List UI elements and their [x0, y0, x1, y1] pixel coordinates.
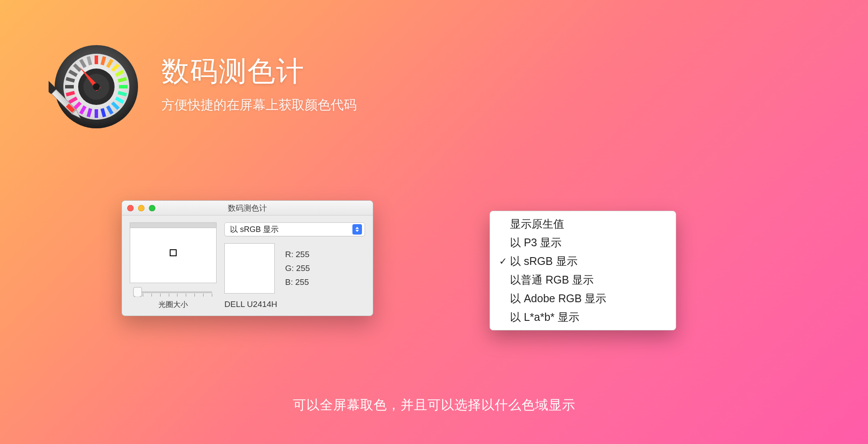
menu-item-label: 以普通 RGB 显示 [510, 273, 594, 287]
svg-rect-20 [65, 85, 74, 88]
display-name: DELL U2414H [224, 300, 365, 309]
menu-item[interactable]: 以 Adobe RGB 显示 [490, 289, 676, 308]
window-titlebar[interactable]: 数码测色计 [122, 201, 373, 215]
r-value: 255 [296, 250, 309, 259]
g-value: 255 [296, 264, 310, 273]
r-label: R: [285, 250, 293, 259]
menu-item[interactable]: 以普通 RGB 显示 [490, 271, 676, 289]
svg-rect-8 [119, 85, 128, 88]
rgb-readout: R: 255 G: 255 B: 255 [285, 243, 310, 294]
window-title: 数码测色计 [228, 203, 267, 213]
color-meter-window: 数码测色计 光圈大小 以 sRGB 显示 [122, 200, 373, 316]
menu-item[interactable]: 显示原生值 [490, 215, 676, 233]
svg-rect-14 [95, 109, 98, 118]
updown-arrows-icon [352, 224, 362, 235]
app-title: 数码测色计 [161, 52, 357, 90]
menu-item-label: 以 L*a*b* 显示 [510, 310, 579, 324]
header: 数码测色计 方便快捷的在屏幕上获取颜色代码 [49, 36, 357, 131]
menu-item-label: 以 sRGB 显示 [510, 254, 578, 268]
aperture-slider[interactable] [134, 287, 212, 297]
checkmark-icon: ✓ [496, 256, 510, 267]
menu-item-label: 显示原生值 [510, 217, 564, 231]
maximize-button[interactable] [149, 205, 155, 211]
menu-item-label: 以 Adobe RGB 显示 [510, 291, 606, 306]
menu-item[interactable]: 以 L*a*b* 显示 [490, 308, 676, 326]
aperture-indicator-icon [170, 249, 177, 256]
menu-item[interactable]: 以 P3 显示 [490, 233, 676, 252]
traffic-lights [127, 205, 155, 211]
aperture-slider-label: 光圈大小 [158, 300, 188, 310]
b-value: 255 [295, 278, 309, 287]
color-swatch [224, 243, 275, 294]
app-subtitle: 方便快捷的在屏幕上获取颜色代码 [161, 96, 357, 114]
app-icon [49, 36, 144, 131]
b-label: B: [285, 278, 293, 287]
svg-rect-2 [95, 56, 98, 64]
svg-point-29 [93, 83, 100, 90]
menu-item-label: 以 P3 显示 [510, 235, 562, 250]
g-label: G: [285, 264, 294, 273]
close-button[interactable] [127, 205, 134, 211]
caption-text: 可以全屏幕取色，并且可以选择以什么色域显示 [0, 396, 868, 414]
minimize-button[interactable] [138, 205, 145, 211]
dropdown-selected-label: 以 sRGB 显示 [230, 224, 352, 235]
magnifier-preview [130, 222, 217, 283]
menu-item[interactable]: ✓以 sRGB 显示 [490, 252, 676, 271]
slider-thumb-icon[interactable] [133, 287, 142, 297]
color-space-dropdown[interactable]: 以 sRGB 显示 [224, 222, 365, 236]
color-space-menu: 显示原生值以 P3 显示✓以 sRGB 显示以普通 RGB 显示以 Adobe … [490, 211, 676, 330]
